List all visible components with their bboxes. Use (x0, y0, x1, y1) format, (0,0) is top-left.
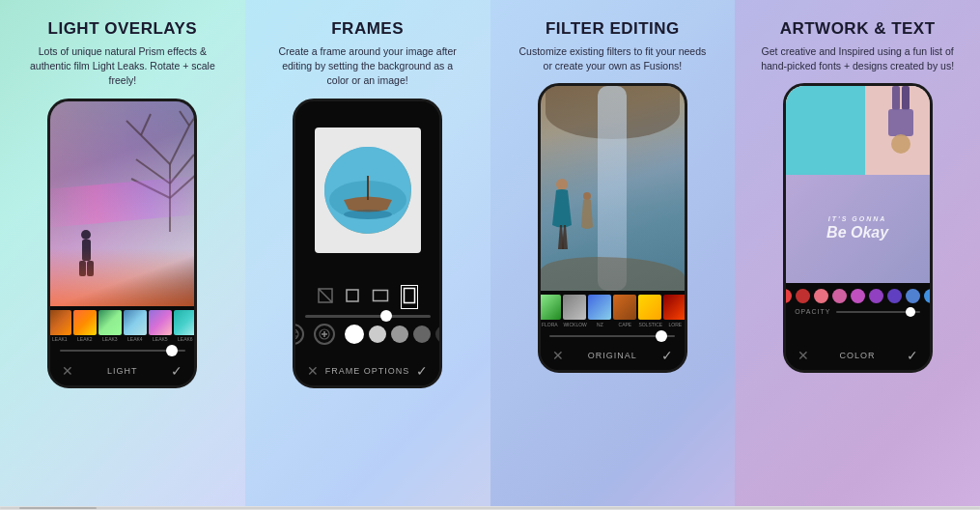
brightness-slider[interactable] (60, 346, 185, 356)
frame-slider-thumb[interactable] (380, 310, 392, 322)
wide-square-icon[interactable] (372, 288, 389, 306)
svg-line-8 (141, 114, 151, 135)
frame-slider[interactable] (305, 315, 431, 318)
close-icon-2[interactable]: ✕ (307, 363, 319, 379)
confirm-icon[interactable]: ✓ (171, 363, 182, 379)
phone-2-screen (295, 101, 439, 279)
film-thumb-1[interactable] (48, 310, 71, 335)
opacity-row: OPACITY (795, 308, 920, 315)
slider-thumb[interactable] (166, 345, 178, 356)
opacity-slider[interactable] (836, 311, 920, 313)
filter-label-3: NZ (588, 322, 611, 327)
close-icon[interactable]: ✕ (62, 363, 73, 379)
shape-icons-row (318, 285, 418, 309)
phone-1-screen (50, 101, 194, 306)
color-indigo[interactable] (887, 289, 902, 303)
artwork-line2: Be Okay (826, 223, 888, 243)
close-icon-4[interactable]: ✕ (798, 348, 809, 363)
film-thumb-2[interactable] (73, 310, 97, 335)
color-purple[interactable] (851, 289, 865, 303)
main-container: LIGHT OVERLAYS Lots of unique natural Pr… (0, 0, 980, 506)
panel-2-title: FRAMES (331, 19, 404, 39)
frame-circle-image (324, 147, 411, 234)
svg-line-9 (180, 111, 189, 126)
person-figures-icon (550, 177, 599, 264)
svg-rect-22 (373, 290, 387, 300)
artwork-bottom-half: IT'S GONNA Be Okay (786, 175, 930, 283)
svg-point-24 (293, 329, 298, 339)
filter-label-1: FLORA (538, 322, 561, 327)
film-label-3: LEAK3 (98, 336, 122, 342)
color-red[interactable] (783, 289, 792, 303)
panel-3-desc: Customize existing filters to fit your n… (516, 44, 709, 73)
svg-line-7 (126, 121, 141, 135)
artwork-text-block: IT'S GONNA Be Okay (826, 214, 888, 243)
film-label-2: LEAK2 (73, 336, 97, 342)
svg-line-2 (170, 126, 189, 164)
panel-3-title: FILTER EDITING (546, 19, 680, 39)
bottom-label-3: ORIGINAL (588, 351, 637, 360)
upside-person-icon (877, 86, 925, 154)
scroll-indicator (0, 506, 980, 510)
color-dot-lightgray[interactable] (369, 326, 386, 343)
svg-rect-33 (902, 86, 910, 110)
filter-thumb-lore[interactable] (663, 295, 686, 320)
svg-line-20 (319, 289, 332, 302)
filter-thumbs (538, 295, 686, 320)
phone-4-bg: IT'S GONNA Be Okay (786, 86, 930, 283)
bottom-label-1: LIGHT (107, 366, 138, 376)
color-dot-darkgray[interactable] (413, 326, 431, 343)
svg-point-18 (344, 210, 392, 219)
close-icon-3[interactable]: ✕ (552, 348, 564, 363)
phone-mockup-3: FLORA WICKLOW NZ CAPE SOLSTICE LORE ✕ OR… (538, 83, 687, 373)
confirm-icon-2[interactable]: ✓ (416, 363, 428, 379)
film-thumb-6[interactable] (174, 310, 197, 335)
panel-frames: FRAMES Create a frame around your image … (245, 0, 490, 506)
opacity-label: OPACITY (795, 308, 830, 315)
crop-action-icon[interactable] (293, 324, 304, 345)
bottom-label-2: FRAME OPTIONS (325, 366, 410, 376)
color-dot-darkest[interactable] (435, 326, 443, 343)
slash-shape-icon[interactable] (318, 288, 333, 306)
film-thumb-3[interactable] (98, 310, 122, 335)
filter-thumb-cape[interactable] (613, 295, 636, 320)
film-thumb-4[interactable] (124, 310, 147, 335)
filter-thumb-wicklow[interactable] (563, 295, 586, 320)
filter-thumb-solstice[interactable] (638, 295, 661, 320)
color-palette (783, 289, 933, 303)
phone-mockup-2: ✕ FRAME OPTIONS ✓ (293, 99, 442, 388)
phone-2-bg (295, 101, 439, 279)
tall-square-icon[interactable] (401, 285, 418, 309)
svg-line-1 (141, 135, 170, 164)
confirm-icon-4[interactable]: ✓ (907, 348, 918, 363)
filter-slider-thumb[interactable] (656, 330, 667, 342)
filter-slider[interactable] (549, 331, 675, 342)
filter-label-6: LORE (663, 322, 686, 327)
filter-labels: FLORA WICKLOW NZ CAPE SOLSTICE LORE (538, 320, 686, 328)
color-pink[interactable] (814, 289, 828, 303)
opacity-slider-thumb[interactable] (906, 307, 915, 317)
filter-strip: FLORA WICKLOW NZ CAPE SOLSTICE LORE (541, 291, 685, 341)
color-dark-red[interactable] (796, 289, 810, 303)
phone-4-controls: OPACITY (786, 283, 930, 341)
film-thumb-5[interactable] (149, 310, 172, 335)
film-thumbnails (48, 310, 197, 335)
filter-thumb-flora[interactable] (538, 295, 561, 320)
svg-point-30 (556, 179, 568, 190)
artwork-top-half (786, 86, 930, 175)
color-dot-white[interactable] (345, 325, 364, 344)
confirm-icon-3[interactable]: ✓ (661, 348, 673, 363)
color-dot-gray[interactable] (391, 326, 408, 343)
panel-artwork-text: ARTWORK & TEXT Get creative and Inspired… (735, 0, 980, 506)
color-violet[interactable] (869, 289, 883, 303)
phone-4-screen: IT'S GONNA Be Okay (786, 86, 930, 283)
add-action-icon[interactable] (314, 324, 335, 345)
color-light-blue[interactable] (924, 289, 933, 303)
svg-line-10 (189, 114, 194, 126)
color-hot-pink[interactable] (832, 289, 847, 303)
color-blue[interactable] (906, 289, 920, 303)
scroll-track (0, 507, 980, 509)
square-shape-icon[interactable] (345, 288, 360, 306)
filter-thumb-nz[interactable] (588, 295, 611, 320)
filter-label-5: SOLSTICE (638, 322, 661, 327)
